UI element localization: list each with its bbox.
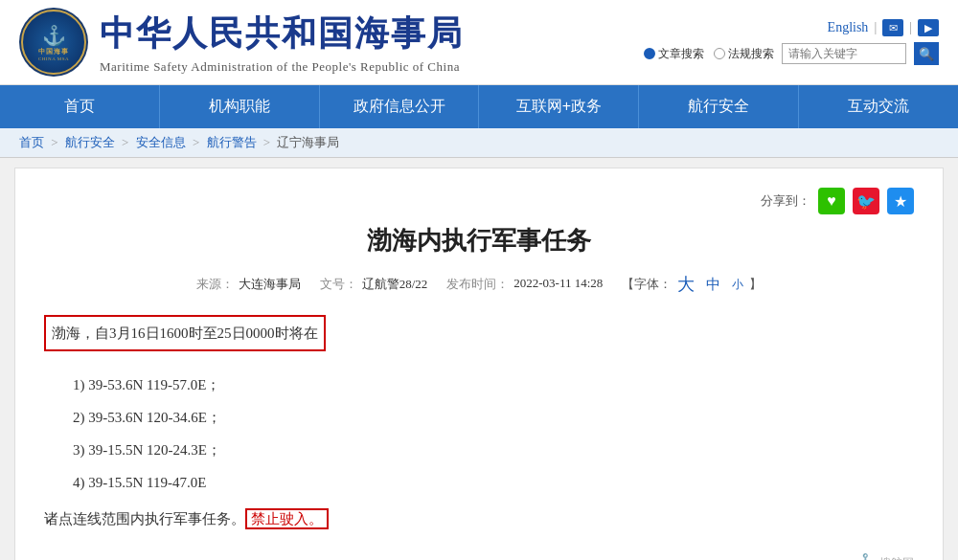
coord-4: 4) 39-15.5N 119-47.0E — [73, 468, 914, 497]
font-small-button[interactable]: 小 — [732, 277, 743, 293]
radio-article-label: 文章搜索 — [658, 46, 704, 62]
radio-article[interactable]: 文章搜索 — [644, 46, 704, 62]
anchor-icon: ⚓ — [42, 24, 66, 47]
breadcrumb-nav-safety[interactable]: 航行安全 — [65, 135, 115, 149]
coord-1: 1) 39-53.6N 119-57.0E； — [73, 370, 914, 399]
article-title: 渤海内执行军事任务 — [44, 224, 914, 258]
doc-label: 文号： — [320, 276, 357, 293]
header-top-links: English | ✉ | ▶ — [828, 19, 939, 36]
meta-doc: 文号： 辽航警28/22 — [320, 276, 428, 293]
content-wrapper: 分享到： ♥ 🐦 ★ 渤海内执行军事任务 来源： 大连海事局 文号： 辽航警28… — [14, 168, 944, 560]
date-value: 2022-03-11 14:28 — [513, 276, 603, 293]
breadcrumb: 首页 > 航行安全 > 安全信息 > 航行警告 > 辽宁海事局 — [0, 128, 958, 158]
font-controls: 【字体： 大 中 小 】 — [622, 273, 762, 296]
highlighted-text: 渤海，自3月16日1600时至25日0000时将在 — [44, 315, 326, 351]
share-label: 分享到： — [761, 192, 810, 210]
meta-date: 发布时间： 2022-03-11 14:28 — [446, 276, 603, 293]
breadcrumb-sep1: > — [51, 135, 61, 149]
header-right: English | ✉ | ▶ 文章搜索 法规搜索 — [644, 19, 939, 65]
radio-law[interactable]: 法规搜索 — [714, 46, 774, 62]
logo-area: ⚓ 中国海事 CHINA MSA 中华人民共和国海事局 Maritime Saf… — [19, 8, 644, 77]
site-title-cn: 中华人民共和国海事局 — [100, 11, 464, 57]
breadcrumb-liaoning: 辽宁海事局 — [277, 135, 339, 149]
site-title-en: Maritime Safety Administration of the Pe… — [100, 59, 464, 75]
date-label: 发布时间： — [446, 276, 509, 293]
nav-gov-info[interactable]: 政府信息公开 — [320, 85, 480, 128]
share-weibo-button[interactable]: 🐦 — [853, 188, 879, 214]
source-label: 来源： — [196, 276, 234, 293]
breadcrumb-nav-warning[interactable]: 航行警告 — [207, 135, 257, 149]
font-close: 】 — [749, 276, 762, 293]
radio-dot-filled — [644, 48, 655, 59]
divider1: | — [874, 20, 877, 35]
source-value: 大连海事局 — [239, 276, 301, 293]
breadcrumb-sep3: > — [193, 135, 203, 149]
search-radio-group: 文章搜索 法规搜索 — [644, 46, 774, 62]
english-link[interactable]: English — [828, 20, 869, 35]
watermark-text: 搜航网 — [879, 555, 914, 561]
breadcrumb-safety-info[interactable]: 安全信息 — [136, 135, 186, 149]
divider2: | — [909, 20, 912, 35]
logo-en-text: CHINA MSA — [38, 56, 69, 61]
font-label: 【字体： — [622, 276, 672, 293]
nav-interaction[interactable]: 互动交流 — [799, 85, 958, 128]
doc-value: 辽航警28/22 — [362, 276, 428, 293]
nav-institution[interactable]: 机构职能 — [160, 85, 320, 128]
coord-2: 2) 39-53.6N 120-34.6E； — [73, 403, 914, 432]
radio-law-label: 法规搜索 — [728, 46, 774, 62]
watermark-icon: ⚓ — [855, 552, 876, 560]
watermark: ⚓ 搜航网 — [44, 552, 914, 560]
share-area: 分享到： ♥ 🐦 ★ — [44, 188, 914, 214]
font-medium-button[interactable]: 中 — [706, 276, 720, 294]
coord-3: 3) 39-15.5N 120-24.3E； — [73, 436, 914, 464]
nav-internet-plus[interactable]: 互联网+政务 — [479, 85, 639, 128]
share-qqzone-button[interactable]: ★ — [887, 188, 914, 214]
rss-icon[interactable]: ▶ — [918, 19, 939, 36]
breadcrumb-sep4: > — [263, 135, 274, 149]
font-large-button[interactable]: 大 — [677, 273, 695, 296]
highlighted-intro: 渤海，自3月16日1600时至25日0000时将在 — [44, 315, 914, 361]
article-body: 渤海，自3月16日1600时至25日0000时将在 1) 39-53.6N 11… — [44, 315, 914, 533]
header: ⚓ 中国海事 CHINA MSA 中华人民共和国海事局 Maritime Saf… — [0, 0, 958, 85]
search-area: 文章搜索 法规搜索 🔍 — [644, 42, 939, 65]
nav-home[interactable]: 首页 — [0, 85, 160, 128]
article-meta: 来源： 大连海事局 文号： 辽航警28/22 发布时间： 2022-03-11 … — [44, 273, 914, 296]
logo: ⚓ 中国海事 CHINA MSA — [19, 8, 88, 77]
forbidden-text: 禁止驶入。 — [245, 508, 329, 529]
nav-bar: 首页 机构职能 政府信息公开 互联网+政务 航行安全 互动交流 — [0, 85, 958, 128]
logo-cn-text: 中国海事 — [38, 47, 69, 56]
meta-source: 来源： 大连海事局 — [196, 276, 301, 293]
radio-dot-empty — [714, 48, 725, 59]
breadcrumb-sep2: > — [122, 135, 132, 149]
site-title: 中华人民共和国海事局 Maritime Safety Administratio… — [100, 11, 464, 75]
share-wechat-button[interactable]: ♥ — [818, 188, 845, 214]
mail-icon[interactable]: ✉ — [882, 19, 903, 36]
summary-prefix: 诸点连线范围内执行军事任务。 — [44, 511, 245, 526]
search-input[interactable] — [782, 43, 906, 64]
search-button[interactable]: 🔍 — [914, 42, 939, 65]
breadcrumb-home[interactable]: 首页 — [19, 135, 44, 149]
nav-navigation-safety[interactable]: 航行安全 — [639, 85, 799, 128]
summary-text: 诸点连线范围内执行军事任务。禁止驶入。 — [44, 504, 914, 533]
